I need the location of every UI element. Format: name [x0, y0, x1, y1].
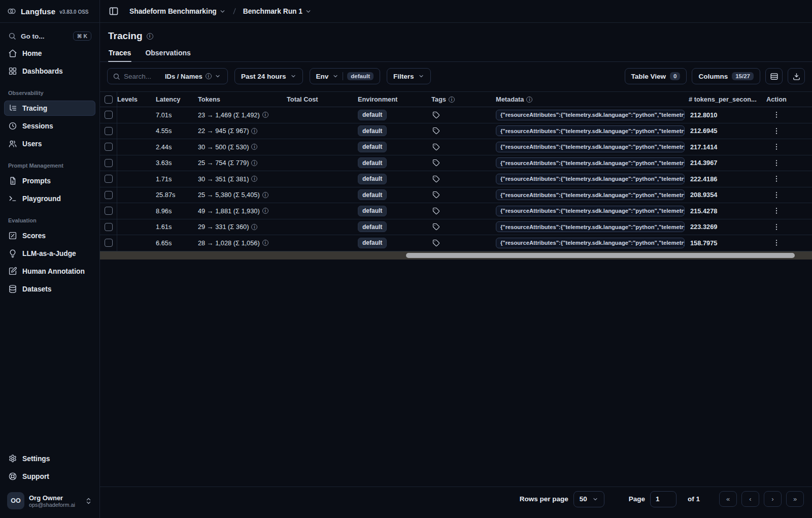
- table-row[interactable]: 8.96s49 → 1,881 (Σ 1,930)idefault{"resou…: [100, 203, 812, 219]
- row-height-button[interactable]: [765, 68, 783, 84]
- metadata-json-pill[interactable]: {"resourceAttributes":{"telemetry.sdk.la…: [496, 157, 685, 168]
- sidebar-item-support[interactable]: Support: [4, 469, 95, 484]
- column-header-metadata[interactable]: Metadatai: [496, 95, 689, 103]
- column-header-latency[interactable]: Latency: [151, 95, 198, 103]
- info-icon[interactable]: i: [262, 192, 268, 198]
- tag-icon[interactable]: [432, 239, 440, 247]
- sidebar-item-sessions[interactable]: Sessions: [4, 118, 95, 134]
- kebab-menu-icon[interactable]: [772, 207, 781, 215]
- env-filter-dropdown[interactable]: Env default: [310, 68, 380, 84]
- kebab-menu-icon[interactable]: [772, 111, 781, 119]
- column-header-action[interactable]: Action: [766, 95, 787, 103]
- export-download-button[interactable]: [788, 68, 805, 84]
- table-row[interactable]: 7.01s23 → 1,469 (Σ 1,492)idefault{"resou…: [100, 107, 812, 123]
- info-icon[interactable]: i: [251, 224, 257, 230]
- table-row[interactable]: 4.55s22 → 945 (Σ 967)idefault{"resourceA…: [100, 123, 812, 140]
- prev-page-button[interactable]: ‹: [741, 491, 759, 507]
- search-mode-dropdown[interactable]: IDs / Names i: [165, 73, 221, 80]
- info-icon[interactable]: i: [251, 176, 257, 182]
- sidebar-item-settings[interactable]: Settings: [4, 451, 95, 466]
- sidebar-toggle-button[interactable]: [107, 4, 121, 18]
- row-checkbox[interactable]: [105, 143, 113, 151]
- sidebar-item-playground[interactable]: Playground: [4, 191, 95, 206]
- tab-traces[interactable]: Traces: [108, 47, 131, 61]
- kebab-menu-icon[interactable]: [772, 159, 781, 167]
- row-checkbox[interactable]: [105, 191, 113, 199]
- kebab-menu-icon[interactable]: [772, 239, 781, 247]
- breadcrumb-run[interactable]: Benchmark Run 1: [243, 8, 312, 15]
- sidebar-item-prompts[interactable]: Prompts: [4, 173, 95, 188]
- table-row[interactable]: 6.65s28 → 1,028 (Σ 1,056)idefault{"resou…: [100, 235, 812, 251]
- table-row[interactable]: 1.61s29 → 331 (Σ 360)idefault{"resourceA…: [100, 219, 812, 236]
- info-icon[interactable]: i: [251, 160, 257, 166]
- table-row[interactable]: 3.63s25 → 754 (Σ 779)idefault{"resourceA…: [100, 155, 812, 172]
- goto-command-palette[interactable]: Go to... ⌘ K: [4, 28, 95, 44]
- kebab-menu-icon[interactable]: [772, 191, 781, 199]
- sidebar-item-llm-as-a-judge[interactable]: LLM-as-a-Judge: [4, 246, 95, 261]
- column-header--tokens-per-secon-[interactable]: # tokens_per_secon...: [689, 95, 766, 103]
- column-header-tags[interactable]: Tagsi: [431, 95, 496, 103]
- sidebar-item-dashboards[interactable]: Dashboards: [4, 63, 95, 79]
- sidebar-item-human-annotation[interactable]: Human Annotation: [4, 264, 95, 279]
- tag-icon[interactable]: [432, 111, 440, 119]
- row-checkbox[interactable]: [105, 175, 113, 183]
- row-checkbox[interactable]: [105, 111, 113, 119]
- kebab-menu-icon[interactable]: [772, 127, 781, 135]
- table-row[interactable]: 1.71s30 → 351 (Σ 381)idefault{"resourceA…: [100, 171, 812, 187]
- filters-dropdown[interactable]: Filters: [387, 68, 431, 84]
- tag-icon[interactable]: [432, 207, 440, 215]
- table-row[interactable]: 25.87s25 → 5,380 (Σ 5,405)idefault{"reso…: [100, 187, 812, 204]
- table-view-button[interactable]: Table View 0: [625, 68, 687, 84]
- time-range-dropdown[interactable]: Past 24 hours: [234, 68, 303, 84]
- metadata-json-pill[interactable]: {"resourceAttributes":{"telemetry.sdk.la…: [496, 206, 685, 216]
- row-checkbox[interactable]: [105, 223, 113, 231]
- info-icon[interactable]: i: [251, 144, 257, 150]
- sidebar-item-tracing[interactable]: Tracing: [4, 101, 95, 116]
- metadata-json-pill[interactable]: {"resourceAttributes":{"telemetry.sdk.la…: [496, 238, 685, 248]
- column-header-total-cost[interactable]: Total Cost: [287, 95, 358, 103]
- last-page-button[interactable]: »: [786, 491, 804, 507]
- tab-observations[interactable]: Observations: [145, 47, 191, 61]
- sidebar-item-datasets[interactable]: Datasets: [4, 281, 95, 297]
- metadata-json-pill[interactable]: {"resourceAttributes":{"telemetry.sdk.la…: [496, 125, 685, 136]
- breadcrumb-project[interactable]: Shadeform Benchmarking: [129, 8, 226, 15]
- page-number-input[interactable]: [650, 491, 676, 507]
- tag-icon[interactable]: [432, 191, 440, 199]
- kebab-menu-icon[interactable]: [772, 175, 781, 183]
- metadata-json-pill[interactable]: {"resourceAttributes":{"telemetry.sdk.la…: [496, 189, 685, 200]
- column-header-environment[interactable]: Environment: [358, 95, 431, 103]
- metadata-json-pill[interactable]: {"resourceAttributes":{"telemetry.sdk.la…: [496, 174, 685, 184]
- kebab-menu-icon[interactable]: [772, 143, 781, 151]
- sidebar-item-home[interactable]: Home: [4, 46, 95, 61]
- info-icon[interactable]: i: [262, 112, 268, 118]
- metadata-json-pill[interactable]: {"resourceAttributes":{"telemetry.sdk.la…: [496, 142, 685, 152]
- sidebar-item-scores[interactable]: Scores: [4, 228, 95, 243]
- columns-button[interactable]: Columns 15/27: [692, 68, 760, 84]
- sidebar-item-users[interactable]: Users: [4, 136, 95, 151]
- column-header-tokens[interactable]: Tokens: [198, 95, 287, 103]
- tag-icon[interactable]: [432, 127, 440, 135]
- info-icon[interactable]: i: [262, 240, 268, 246]
- info-icon[interactable]: i: [262, 208, 268, 214]
- row-checkbox[interactable]: [105, 239, 113, 247]
- metadata-json-pill[interactable]: {"resourceAttributes":{"telemetry.sdk.la…: [496, 221, 685, 232]
- tag-icon[interactable]: [432, 175, 440, 183]
- metadata-json-pill[interactable]: {"resourceAttributes":{"telemetry.sdk.la…: [496, 110, 685, 120]
- info-icon[interactable]: i: [251, 128, 257, 134]
- row-checkbox[interactable]: [105, 159, 113, 167]
- next-page-button[interactable]: ›: [764, 491, 782, 507]
- row-checkbox[interactable]: [105, 127, 113, 135]
- search-input[interactable]: [124, 73, 161, 80]
- tag-icon[interactable]: [432, 143, 440, 151]
- rows-per-page-select[interactable]: 50: [573, 491, 604, 507]
- account-menu[interactable]: OO Org Owner ops@shadeform.ai: [4, 490, 95, 512]
- table-row[interactable]: 2.44s30 → 500 (Σ 530)idefault{"resourceA…: [100, 139, 812, 155]
- row-checkbox[interactable]: [105, 207, 113, 215]
- info-icon[interactable]: i: [147, 33, 153, 40]
- first-page-button[interactable]: «: [719, 491, 737, 507]
- kebab-menu-icon[interactable]: [772, 223, 781, 231]
- select-all-checkbox[interactable]: [105, 95, 113, 104]
- scrollbar-thumb[interactable]: [406, 253, 795, 258]
- tag-icon[interactable]: [432, 159, 440, 167]
- tag-icon[interactable]: [432, 223, 440, 231]
